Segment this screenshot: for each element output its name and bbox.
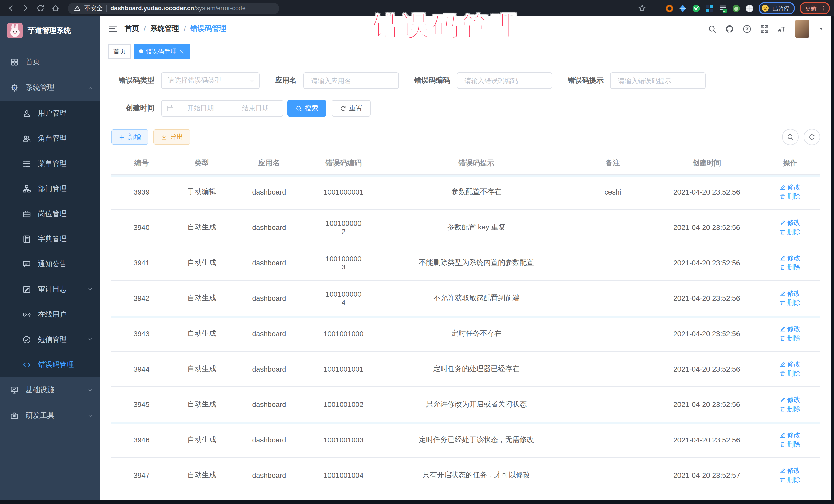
- delete-button[interactable]: 删除: [780, 263, 800, 272]
- dashboard-icon: [10, 58, 19, 66]
- sidebar-item-online[interactable]: 在线用户: [0, 302, 100, 327]
- table-row[interactable]: 3942自动生成dashboard100100000 4不允许获取敏感配置到前端…: [111, 281, 820, 316]
- edit-button[interactable]: 修改: [780, 218, 800, 227]
- tabs-bar: 首页错误码管理: [100, 41, 831, 62]
- date-range-picker[interactable]: 开始日期 - 结束日期: [161, 100, 283, 116]
- breadcrumb: 首页/系统管理/错误码管理: [125, 24, 226, 34]
- delete-button[interactable]: 删除: [780, 369, 800, 378]
- app-logo[interactable]: 芋道管理系统: [0, 17, 100, 45]
- refresh-table-icon[interactable]: [804, 129, 820, 145]
- table-row[interactable]: 3940自动生成dashboard100100000 2参数配置 key 重复2…: [111, 210, 820, 245]
- error-hint-input[interactable]: [617, 76, 699, 85]
- delete-button[interactable]: 删除: [780, 334, 800, 343]
- cell-type: 自动生成: [172, 387, 232, 422]
- table-row[interactable]: 3944自动生成dashboard1001001001定时任务的处理器已经存在2…: [111, 351, 820, 387]
- edit-icon: [780, 326, 786, 332]
- orange-ring-extension-icon[interactable]: [665, 4, 674, 13]
- export-button[interactable]: 导出: [153, 129, 191, 145]
- sidebar-item-errorcode[interactable]: 错误码管理: [0, 352, 100, 377]
- blue-gem-extension-icon[interactable]: [679, 4, 687, 13]
- fullscreen-icon[interactable]: [760, 24, 769, 33]
- search-icon[interactable]: [708, 24, 717, 33]
- filter-app-label: 应用名: [275, 76, 297, 85]
- table-row[interactable]: 3948自动生成dashboard1001001005CRON 表达式不正确20…: [111, 493, 820, 500]
- column-header: 错误码编码: [306, 152, 381, 174]
- table-row[interactable]: 3941自动生成dashboard100100000 3不能删除类型为系统内置的…: [111, 245, 820, 281]
- app-name-input[interactable]: [310, 76, 392, 85]
- sidebar-item-system[interactable]: 系统管理: [0, 75, 100, 101]
- sidebar-item-dept[interactable]: 部门管理: [0, 176, 100, 201]
- table-row[interactable]: 3946自动生成dashboard1001001003定时任务已经处于该状态，无…: [111, 422, 820, 458]
- sidebar-item-user[interactable]: 用户管理: [0, 101, 100, 126]
- sidebar-item-devtools[interactable]: 研发工具: [0, 403, 100, 429]
- forward-icon[interactable]: [22, 4, 30, 12]
- reset-button[interactable]: 重置: [332, 100, 371, 116]
- filter-app: 应用名: [275, 72, 399, 89]
- profile-paused-chip[interactable]: 已暂停: [759, 2, 795, 14]
- caret-down-icon[interactable]: [818, 26, 824, 32]
- browser-update-button[interactable]: 更新: [799, 2, 830, 14]
- sidebar-item-home[interactable]: 首页: [0, 49, 100, 75]
- cell-code: 100100000 3: [306, 245, 381, 281]
- home-icon[interactable]: [51, 4, 60, 12]
- sidebar-item-role[interactable]: 角色管理: [0, 126, 100, 151]
- font-size-icon[interactable]: [777, 24, 786, 33]
- edit-button[interactable]: 修改: [780, 289, 800, 298]
- reload-icon[interactable]: [37, 4, 45, 12]
- user-avatar[interactable]: [795, 20, 809, 38]
- sidebar-item-sms[interactable]: 短信管理: [0, 327, 100, 352]
- sidebar-item-infra[interactable]: 基础设施: [0, 377, 100, 403]
- breadcrumb-item[interactable]: 系统管理: [150, 24, 179, 34]
- breadcrumb-item[interactable]: 首页: [125, 24, 139, 34]
- green-v-extension-icon[interactable]: [692, 4, 701, 13]
- sidebar-item-notice[interactable]: 通知公告: [0, 251, 100, 277]
- pinwheel-extension-icon[interactable]: [745, 4, 754, 13]
- delete-button[interactable]: 删除: [780, 192, 800, 201]
- switch-on-extension-icon[interactable]: on: [719, 4, 727, 13]
- tab-错误码管理[interactable]: 错误码管理: [134, 44, 190, 59]
- delete-button[interactable]: 删除: [780, 298, 800, 307]
- delete-button[interactable]: 删除: [780, 440, 800, 449]
- edit-button[interactable]: 修改: [780, 183, 800, 192]
- table-row[interactable]: 3943自动生成dashboard1001001000定时任务不存在2021-0…: [111, 316, 820, 351]
- edit-button[interactable]: 修改: [780, 254, 800, 263]
- briefcase-icon: [23, 210, 31, 218]
- filter-hint: 错误码提示: [568, 72, 706, 89]
- bookmark-star-icon[interactable]: [638, 4, 646, 12]
- sidebar-item-post[interactable]: 岗位管理: [0, 201, 100, 226]
- sidebar-item-label: 部门管理: [38, 184, 67, 193]
- github-icon[interactable]: [725, 24, 734, 33]
- delete-button[interactable]: 删除: [780, 475, 800, 484]
- table-row[interactable]: 3939手动编辑dashboard1001000001参数配置不存在ceshi2…: [111, 174, 820, 210]
- table-row[interactable]: 3947自动生成dashboard1001001004只有开启状态的任务，才可以…: [111, 458, 820, 493]
- edit-button[interactable]: 修改: [780, 431, 800, 440]
- sidebar-item-label: 用户管理: [38, 109, 67, 118]
- delete-button[interactable]: 删除: [780, 227, 800, 237]
- sidebar-item-audit[interactable]: 审计日志: [0, 277, 100, 302]
- edit-button[interactable]: 修改: [780, 466, 800, 475]
- monkey-extension-icon[interactable]: [732, 4, 741, 13]
- add-button[interactable]: 新增: [111, 129, 148, 145]
- table-row[interactable]: 3945自动生成dashboard1001001002只允许修改为开启或者关闭状…: [111, 387, 820, 422]
- back-icon[interactable]: [7, 4, 15, 12]
- edit-button[interactable]: 修改: [780, 395, 800, 404]
- breadcrumb-item[interactable]: 错误码管理: [191, 24, 226, 34]
- address-bar[interactable]: 不安全 dashboard.yudao.iocoder.cn/system/er…: [68, 2, 279, 14]
- edit-button[interactable]: 修改: [780, 360, 800, 369]
- search-button[interactable]: 搜索: [287, 100, 326, 116]
- tiles-extension-icon[interactable]: [705, 4, 714, 13]
- kebab-menu-icon[interactable]: [820, 5, 826, 11]
- error-code-input[interactable]: [463, 76, 546, 85]
- sidebar-item-dict[interactable]: 字典管理: [0, 226, 100, 251]
- cell-actions: 修改删除: [760, 174, 820, 210]
- trash-icon: [780, 264, 786, 270]
- help-icon[interactable]: [743, 24, 751, 33]
- tab-首页[interactable]: 首页: [108, 44, 131, 59]
- edit-button[interactable]: 修改: [780, 324, 800, 334]
- collapse-menu-icon[interactable]: [108, 24, 117, 34]
- delete-button[interactable]: 删除: [780, 404, 800, 414]
- toggle-search-icon[interactable]: [782, 129, 798, 145]
- error-type-select[interactable]: 请选择错误码类型: [161, 72, 260, 89]
- sidebar-item-menu[interactable]: 菜单管理: [0, 151, 100, 176]
- cell-memo: [572, 210, 654, 245]
